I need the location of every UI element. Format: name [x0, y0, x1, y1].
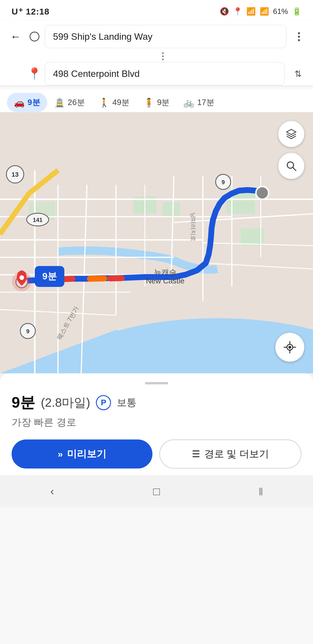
transport-tabs: 🚗 9분 🚊 26분 🚶 49분 🧍 9분 🚲 17분: [0, 89, 313, 112]
svg-point-50: [288, 346, 291, 349]
status-carrier-time: U⁺ 12:18: [12, 6, 50, 17]
route-distance: (2.8마일): [41, 395, 90, 411]
status-icons: 🔇 📍 📶 📶 61% 🔋: [220, 7, 301, 16]
tab-bike[interactable]: 🚲 17분: [176, 93, 221, 112]
nav-back-button[interactable]: ‹: [41, 480, 64, 503]
route-options-button[interactable]: ☰ 경로 및 더보기: [159, 439, 301, 468]
my-location-button[interactable]: [275, 333, 304, 362]
transit-icon: 🚊: [54, 97, 65, 108]
route-time: 9분: [12, 392, 35, 413]
layers-button[interactable]: [278, 121, 304, 147]
tab-walk[interactable]: 🚶 49분: [92, 93, 137, 112]
destination-icon: 📍: [30, 69, 39, 79]
nav-home-button[interactable]: □: [145, 480, 168, 503]
wifi-icon: 📶: [246, 7, 256, 16]
taxi-icon: 🧍: [143, 97, 154, 108]
preview-icon: »: [58, 449, 63, 460]
route-icon: ☰: [192, 448, 200, 460]
traffic-label: 보통: [117, 396, 137, 409]
tab-car[interactable]: 🚗 9분: [7, 93, 47, 112]
drag-handle[interactable]: [145, 382, 168, 384]
svg-point-28: [19, 275, 24, 280]
bike-icon: 🚲: [183, 97, 194, 108]
parking-badge: P: [96, 395, 111, 410]
svg-text:New Castle: New Castle: [146, 276, 185, 285]
svg-text:뉴캐슬: 뉴캐슬: [154, 268, 176, 276]
svg-text:9: 9: [221, 179, 225, 185]
map-time-badge: 9분: [35, 266, 64, 287]
preview-button[interactable]: » 미리보기: [12, 439, 152, 468]
destination-row: 📍 498 Centerpoint Blvd ⇅: [7, 62, 306, 85]
svg-point-29: [256, 187, 269, 199]
battery-icon: 🔋: [292, 7, 301, 16]
origin-indicator: [30, 32, 39, 41]
walk-icon: 🚶: [99, 97, 110, 108]
svg-text:141: 141: [33, 217, 42, 223]
destination-input[interactable]: 498 Centerpoint Blvd: [45, 62, 285, 85]
status-bar: U⁺ 12:18 🔇 📍 📶 📶 61% 🔋: [0, 0, 313, 20]
svg-text:낭떠러지로: 낭떠러지로: [190, 212, 196, 241]
tab-transit[interactable]: 🚊 26분: [47, 93, 92, 112]
swap-button[interactable]: ⇅: [290, 66, 306, 82]
nav-recents-button[interactable]: ⦀: [249, 480, 272, 503]
more-button[interactable]: [292, 29, 306, 44]
svg-rect-5: [241, 228, 264, 246]
signal-icon: 📶: [260, 7, 269, 16]
car-icon: 🚗: [14, 97, 25, 108]
map-search-button[interactable]: [278, 153, 304, 179]
search-header: ← 599 Ship's Landing Way 📍 498 Centerpoi…: [0, 20, 313, 85]
map-view[interactable]: 13 141 9 9 뉴캐슬 New Castle 웨스트 7번가 낭떠러지로 …: [0, 112, 313, 373]
route-summary: 9분 (2.8마일) P 보통: [12, 392, 301, 413]
svg-marker-42: [287, 129, 296, 135]
fastest-route-label: 가장 빠른 경로: [12, 416, 301, 429]
svg-rect-3: [162, 202, 180, 217]
origin-row: ← 599 Ship's Landing Way: [7, 25, 306, 48]
tab-taxi[interactable]: 🧍 9분: [137, 93, 177, 112]
location-icon: 📍: [233, 7, 242, 16]
origin-input[interactable]: 599 Ship's Landing Way: [45, 25, 286, 48]
route-connector: [7, 52, 306, 60]
bottom-navigation: ‹ □ ⦀: [0, 475, 313, 507]
pin-icon: 📍: [27, 68, 42, 79]
bottom-panel: 9분 (2.8마일) P 보통 가장 빠른 경로 » 미리보기 ☰ 경로 및 더…: [0, 373, 313, 475]
mute-icon: 🔇: [220, 7, 229, 16]
svg-text:9: 9: [26, 328, 29, 334]
battery-label: 61%: [273, 7, 288, 16]
svg-text:13: 13: [12, 171, 19, 178]
back-button[interactable]: ←: [7, 28, 24, 45]
svg-line-44: [293, 167, 296, 171]
action-buttons: » 미리보기 ☰ 경로 및 더보기: [12, 439, 301, 468]
